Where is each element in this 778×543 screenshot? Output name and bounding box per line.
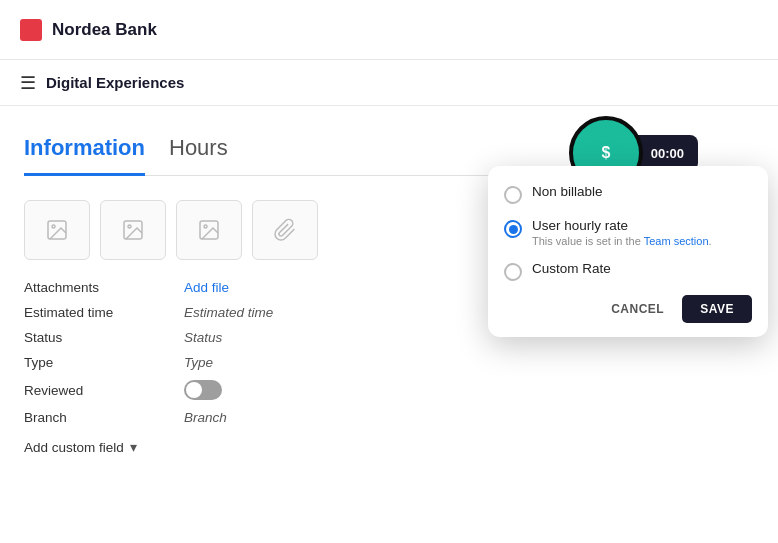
status-label: Status — [24, 330, 184, 345]
attachment-placeholder[interactable] — [252, 200, 318, 260]
radio-label-non-billable: Non billable — [532, 184, 603, 199]
radio-circle-custom-rate — [504, 263, 522, 281]
branch-value[interactable]: Branch — [184, 410, 754, 425]
add-custom-field-label: Add custom field — [24, 440, 124, 455]
navbar: ☰ Digital Experiences — [0, 60, 778, 106]
radio-circle-non-billable — [504, 186, 522, 204]
add-custom-field[interactable]: Add custom field ▾ — [24, 439, 754, 455]
reviewed-toggle[interactable] — [184, 380, 222, 400]
radio-label-user-hourly: User hourly rate This value is set in th… — [532, 218, 712, 247]
svg-point-1 — [52, 225, 55, 228]
radio-circle-user-hourly — [504, 220, 522, 238]
header: Nordea Bank — [0, 0, 778, 60]
popup-actions: CANCEL SAVE — [504, 295, 752, 323]
radio-sub-user-hourly: This value is set in the Team section. — [532, 235, 712, 247]
svg-point-3 — [128, 225, 131, 228]
image-placeholder-1[interactable] — [24, 200, 90, 260]
type-label: Type — [24, 355, 184, 370]
type-value[interactable]: Type — [184, 355, 754, 370]
reviewed-label: Reviewed — [24, 383, 184, 398]
radio-non-billable[interactable]: Non billable — [504, 184, 752, 204]
svg-text:$: $ — [601, 144, 610, 161]
radio-user-hourly[interactable]: User hourly rate This value is set in th… — [504, 218, 752, 247]
image-placeholder-2[interactable] — [100, 200, 166, 260]
radio-label-custom-rate: Custom Rate — [532, 261, 611, 276]
chevron-down-icon: ▾ — [130, 439, 137, 455]
branch-label: Branch — [24, 410, 184, 425]
app-title: Nordea Bank — [52, 20, 157, 40]
svg-point-5 — [204, 225, 207, 228]
tab-hours[interactable]: Hours — [169, 127, 228, 176]
billing-popup: Non billable User hourly rate This value… — [488, 166, 768, 337]
nav-title: Digital Experiences — [46, 74, 184, 91]
attachments-label: Attachments — [24, 280, 184, 295]
logo-icon — [20, 19, 42, 41]
main-content: Information Hours Attachments A — [0, 106, 778, 475]
toggle-knob — [186, 382, 202, 398]
image-placeholder-3[interactable] — [176, 200, 242, 260]
radio-custom-rate[interactable]: Custom Rate — [504, 261, 752, 281]
team-section-link[interactable]: Team section — [644, 235, 709, 247]
tab-information[interactable]: Information — [24, 127, 145, 176]
cancel-button[interactable]: CANCEL — [603, 295, 672, 323]
menu-icon[interactable]: ☰ — [20, 72, 36, 94]
estimated-time-label: Estimated time — [24, 305, 184, 320]
save-button[interactable]: SAVE — [682, 295, 752, 323]
